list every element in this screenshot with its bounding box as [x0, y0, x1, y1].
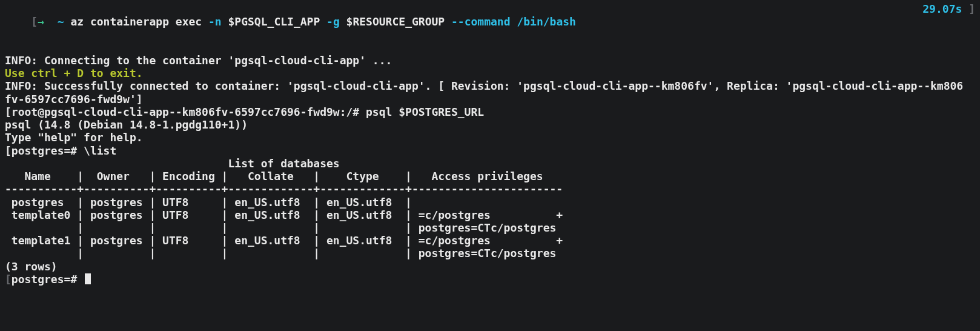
table-row: | | | | | postgres=CTc/postgres — [5, 221, 975, 234]
space — [511, 15, 517, 28]
elapsed-time: 29.07s ] — [922, 2, 975, 15]
psql-prompt-text: postgres=# — [12, 273, 84, 286]
command-text: az containerapp exec — [70, 15, 208, 28]
prompt-arrow-icon: → — [38, 15, 44, 28]
table-row: | | | | | postgres=CTc/postgres — [5, 247, 975, 259]
info-connecting: INFO: Connecting to the container 'pgsql… — [5, 54, 975, 67]
elapsed-time-value: 29.07s — [922, 2, 962, 15]
table-separator: -----------+----------+----------+------… — [5, 182, 975, 195]
cursor-icon — [85, 273, 91, 284]
table-header: Name | Owner | Encoding | Collate | Ctyp… — [5, 170, 975, 182]
bracket-open-2: [ — [5, 273, 12, 286]
prompt-tilde-icon: ~ — [58, 15, 64, 28]
table-row: template1 | postgres | UTF8 | en_US.utf8… — [5, 234, 975, 247]
bracket-open: [ — [31, 15, 38, 28]
command-path: /bin/bash — [517, 15, 576, 28]
psql-help-hint: Type "help" for help. — [5, 131, 975, 144]
table-row: postgres | postgres | UTF8 | en_US.utf8 … — [5, 196, 975, 209]
bracket-close: ] — [968, 2, 975, 15]
env-rg: $RESOURCE_GROUP — [340, 15, 451, 28]
psql-list-command: [postgres=# \list — [5, 144, 975, 157]
info-connected-2: fv-6597cc7696-fwd9w'] — [5, 93, 975, 105]
terminal-window[interactable]: [→ ~ az containerapp exec -n $PGSQL_CLI_… — [0, 0, 980, 331]
opt-g: -g — [326, 15, 340, 28]
table-title: List of databases — [5, 157, 975, 170]
table-row: template0 | postgres | UTF8 | en_US.utf8… — [5, 209, 975, 221]
shell-prompt-line: [root@pgsql-cloud-cli-app--km806fv-6597c… — [5, 105, 975, 118]
psql-version: psql (14.8 (Debian 14.8-1.pgdg110+1)) — [5, 118, 975, 131]
opt-n: -n — [208, 15, 222, 28]
psql-prompt-active[interactable]: [postgres=# — [5, 273, 975, 286]
top-command-line: [→ ~ az containerapp exec -n $PGSQL_CLI_… — [5, 2, 975, 54]
info-connected-1: INFO: Successfully connected to containe… — [5, 79, 975, 92]
row-count: (3 rows) — [5, 260, 975, 273]
exit-hint: Use ctrl + D to exit. — [5, 67, 975, 79]
env-app: $PGSQL_CLI_APP — [222, 15, 326, 28]
opt-command: --command — [451, 15, 511, 28]
